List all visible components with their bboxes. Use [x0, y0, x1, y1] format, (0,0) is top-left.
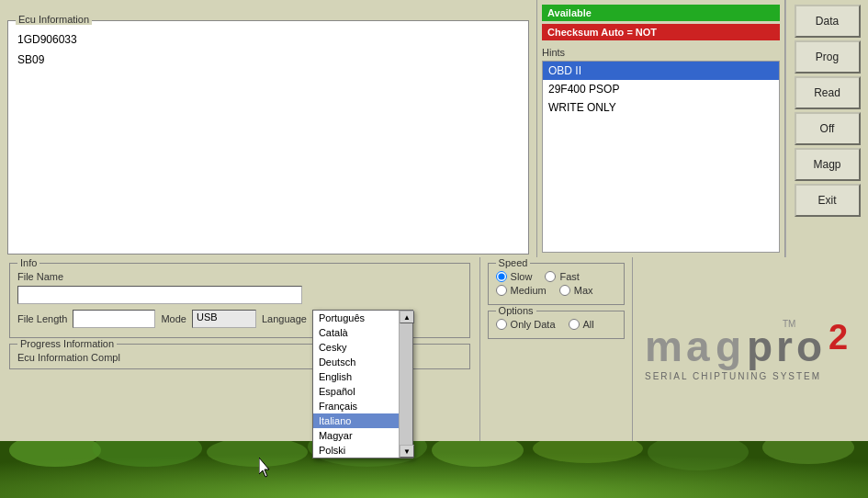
dropdown-item-catala[interactable]: Català	[313, 325, 412, 340]
options-all-radio[interactable]	[569, 319, 580, 330]
options-only-data-label: Only Data	[511, 319, 556, 330]
speed-slow-radio[interactable]	[496, 271, 507, 282]
scroll-up-arrow[interactable]: ▲	[400, 311, 414, 323]
hints-list: OBD II 29F400 PSOP WRITE ONLY	[542, 61, 780, 253]
ecu-info-content: 1GD906033 SB09	[8, 21, 528, 79]
file-length-input[interactable]	[73, 310, 155, 328]
svg-text:g: g	[716, 323, 741, 370]
svg-text:SERIAL CHIPTUNING SYSTEM: SERIAL CHIPTUNING SYSTEM	[645, 371, 821, 381]
hint-item-29f400[interactable]: 29F400 PSOP	[543, 80, 779, 98]
dropdown-item-deutsch[interactable]: Deutsch	[313, 355, 412, 369]
dropdown-item-espanol[interactable]: Español	[313, 384, 412, 399]
svg-text:2: 2	[829, 318, 848, 357]
options-all-label: All	[583, 319, 594, 330]
svg-text:r: r	[776, 323, 793, 370]
off-button[interactable]: Off	[795, 112, 861, 145]
dropdown-item-francais[interactable]: Français	[313, 399, 412, 413]
speed-fast-label: Fast	[559, 271, 579, 282]
magp-button[interactable]: Magp	[795, 148, 861, 181]
prog-button[interactable]: Prog	[795, 40, 861, 74]
speed-label: Speed	[496, 257, 531, 268]
ecu-info-label: Ecu Information	[16, 14, 92, 25]
speed-medium-label: Medium	[511, 285, 547, 296]
grass-bar	[0, 441, 868, 498]
language-dropdown[interactable]: Português Català Cesky Deutsch English E…	[312, 310, 413, 458]
file-length-label: File Length	[17, 313, 67, 324]
info-group-label: Info	[17, 257, 39, 268]
dropdown-item-cesky[interactable]: Cesky	[313, 340, 412, 355]
hint-item-write[interactable]: WRITE ONLY	[543, 98, 779, 117]
options-only-data-radio[interactable]	[496, 319, 507, 330]
progress-label: Progress Information	[17, 338, 117, 349]
speed-max-radio[interactable]	[559, 285, 570, 296]
dropdown-item-english[interactable]: English	[313, 369, 412, 384]
options-label: Options	[496, 305, 536, 316]
file-name-input[interactable]	[17, 286, 302, 304]
dropdown-item-magyar[interactable]: Magyar	[313, 428, 412, 443]
language-label: Language	[262, 313, 307, 324]
svg-text:m: m	[645, 323, 682, 370]
data-button[interactable]: Data	[795, 5, 861, 38]
dropdown-item-italiano[interactable]: Italiano	[313, 413, 412, 428]
svg-text:o: o	[796, 323, 822, 370]
dropdown-item-portugues[interactable]: Português	[313, 311, 412, 325]
exit-button[interactable]: Exit	[795, 184, 861, 217]
file-name-label: File Name	[17, 271, 63, 282]
speed-slow-label: Slow	[511, 271, 533, 282]
mode-display: USB	[192, 310, 256, 328]
scroll-down-arrow[interactable]: ▼	[400, 445, 414, 458]
status-checksum: Checksum Auto = NOT	[542, 24, 780, 40]
speed-medium-radio[interactable]	[496, 285, 507, 296]
scroll-track	[400, 323, 412, 445]
mode-label: Mode	[161, 313, 186, 324]
speed-max-label: Max	[574, 285, 593, 296]
svg-text:a: a	[686, 323, 710, 370]
hint-item-obd[interactable]: OBD II	[543, 62, 779, 80]
read-button[interactable]: Read	[795, 76, 861, 109]
svg-text:p: p	[747, 323, 772, 370]
dropdown-item-polski[interactable]: Polski	[313, 443, 412, 458]
speed-fast-radio[interactable]	[545, 271, 556, 282]
logo-svg: TM m a g p r o 2 SERIAL CHIPTUNING SYSTE…	[640, 311, 861, 389]
hints-label: Hints	[542, 47, 780, 58]
grass-svg	[0, 441, 868, 498]
status-available: Available	[542, 5, 780, 21]
